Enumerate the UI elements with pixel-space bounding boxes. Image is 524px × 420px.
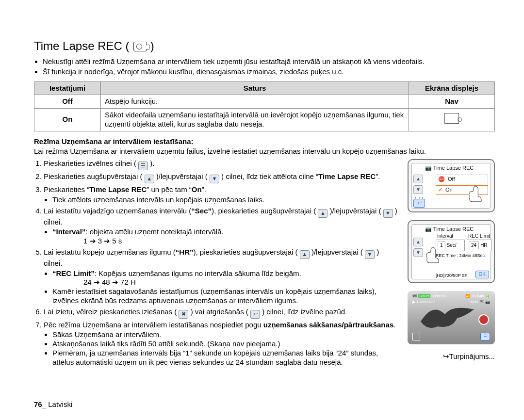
cell-off: Off [34,95,101,109]
rec-time-label: REC Time : 24Min 48Sec [436,253,485,258]
option-off[interactable]: ⛔Off [436,175,488,184]
ok-button[interactable]: OK [475,271,489,279]
title-end: ) [150,39,154,52]
cell-on-disp [409,109,495,131]
bold: “Sec” [191,207,212,215]
text: ) vai atgriešanās ( [191,307,248,316]
title-text: Time Lapse REC ( [34,39,130,52]
step-6: Lai izietu, vēlreiz pieskarieties izieša… [44,307,399,319]
close-icon: ✖ [179,310,188,319]
sub-bullet: “REC Limit”: Kopējais uzņemšanas ilgums … [52,269,399,288]
text: . [393,321,395,329]
unit: Sec/ [447,242,457,249]
text: ) cilnei, līdz tiek attēlota cilne “ [221,172,318,180]
text: )/lejupvērstajai ( [156,172,208,180]
min: 300Min [472,294,484,298]
stby-badge: STBY [418,294,430,298]
text: ), pieskarieties augšupvērstajai ( [212,207,316,215]
text: : objekta attēlu uzņemt noteiktajā inter… [85,227,223,236]
count: 9999 [470,300,478,304]
text: Pieskarieties “ [44,185,89,194]
bold: On [192,185,202,194]
language-label: Latviski [48,400,72,408]
text: Pēc režīma Uzņemšana ar intervāliem iest… [44,321,263,329]
text: ”. [376,172,380,180]
label: Interval [437,233,453,240]
steps-list: Pieskarieties izvēlnes cilnei ( ☰ ). Pie… [34,159,399,367]
display-clock-icon [444,113,459,124]
th-display: Ekrāna displejs [409,81,495,95]
camera-icon [133,42,147,51]
step-2: Pieskarieties augšupvērstajai ( ▲ )/leju… [44,172,399,183]
text: )/lejupvērstajai ( [311,248,363,256]
text: Lai iestatītu kopējo uzņemšanas ilgumu ( [44,248,176,256]
page-footer: 76_ Latviski [34,400,72,409]
touch-finger-icon [422,245,442,266]
table-row: On Sākot videofaila uzņemšanu iestatītaj… [34,109,495,131]
step-3: Pieskarieties “Time Lapse REC” un pēc ta… [44,185,399,205]
text: Time Lapse REC [433,165,474,171]
menu-icon[interactable]: ☰ [480,333,490,340]
intro-list: Nekustīgi attēli režīmā Uzņemšana ar int… [34,57,495,77]
page-title: Time Lapse REC ( ) [34,39,495,53]
th-content: Saturs [101,81,409,95]
bold: “REC Limit” [52,269,95,277]
text: Lai izietu, vēlreiz pieskarieties izieša… [44,307,177,316]
up-icon: ▲ [318,209,328,218]
label: REC Limit [468,233,490,240]
text: ). [150,159,154,167]
text: Time Lapse REC [433,226,474,232]
sub-bullet: “Interval”: objekta attēlu uzņemt noteik… [52,227,399,246]
step-4: Lai iestatītu vajadzīgo uzņemšanas inter… [44,207,399,246]
section-heading: Režīma Uzņemšana ar intervāliem iestatīš… [34,137,495,146]
bold: Time Lapse REC [318,172,376,180]
rec-limit-box[interactable]: REC Limit 24 HR [467,240,492,251]
down-icon[interactable]: ▼ [413,248,423,257]
sub-bullet: Kamēr iestatīsiet sagatavošanās iestatīj… [52,287,399,306]
up-icon[interactable]: ▲ [413,175,423,183]
value: 24 [469,242,479,250]
screen-preview: 📼 STBY 00:00:00 📶 300Min 🔋 ▶ 1Sec/24Hr 9… [408,291,495,344]
text: Lai iestatītu vajadzīgo uzņemšanas inter… [44,207,191,215]
screen-options: 📷 Time Lapse REC ▲ ▼ ⛔Off ✔On 1 / 1 ↩ [408,159,495,212]
indent-line: 1 ➔ 3 ➔ 5 s [83,237,399,246]
text: ) cilnei, līdz izvēlne pazūd. [262,307,347,316]
bird-silhouette-icon [418,300,476,334]
interval-hud: 1Sec/24Hr [416,300,435,304]
screen-interval: 📷 Time Lapse REC ▲ ▼ Interval 1 Sec/ REC… [408,220,495,283]
back-icon: ↩ [250,310,260,319]
settings-table: Iestatījumi Saturs Ekrāna displejs Off A… [34,81,495,131]
up-icon[interactable]: ▲ [413,238,423,246]
text: : Kopējais uzņemšanas ilgums no intervāl… [95,269,301,277]
menu-icon: ☰ [138,162,148,170]
intro-item: Nekustīgi attēli režīmā Uzņemšana ar int… [43,57,495,66]
text: ” un pēc tam “ [147,185,192,194]
sub-bullet: Sākas Uzņemšana ar intervāliem. [52,330,399,339]
hd-label: [HD]720/50P SF [436,273,467,278]
step-7: Pēc režīma Uzņemšana ar intervāliem iest… [44,321,399,367]
document-page: Time Lapse REC ( ) Nekustīgi attēli režī… [0,0,524,420]
hud-top: 📼 STBY 00:00:00 📶 300Min 🔋 [412,294,490,299]
down-icon[interactable]: ▼ [413,185,423,194]
text: Pieskarieties augšupvērstajai ( [44,172,142,180]
steps-column: Pieskarieties izvēlnes cilnei ( ☰ ). Pie… [34,159,399,369]
time: 00:00:00 [431,294,446,298]
indent-line: 24 ➔ 48 ➔ 72 H [83,278,399,287]
cell-off-desc: Atspējo funkciju. [101,95,409,109]
section-paragraph: Lai režīmā Uzņemšana ar intervāliem uzņe… [34,147,495,156]
text: Pieskarieties izvēlnes cilnei ( [44,159,136,167]
up-icon: ▲ [300,250,310,259]
cell-off-disp: Nav [409,95,495,109]
bold: Time Lapse REC [89,185,147,194]
down-icon: ▼ [365,250,375,259]
table-header-row: Iestatījumi Saturs Ekrāna displejs [34,81,495,95]
sub-bullet: Atskaņošanas laikā tiks rādīti 50 attēli… [52,339,399,349]
return-button[interactable]: ↩ [413,199,425,208]
grid-icon[interactable] [412,333,420,340]
step-5: Lai iestatītu kopējo uzņemšanas ilgumu (… [44,248,399,306]
screen-title: 📷 Time Lapse REC [425,226,474,233]
down-icon: ▼ [210,175,219,183]
up-icon: ▲ [145,175,154,183]
down-icon: ▼ [383,209,393,218]
cell-on: On [34,109,101,131]
